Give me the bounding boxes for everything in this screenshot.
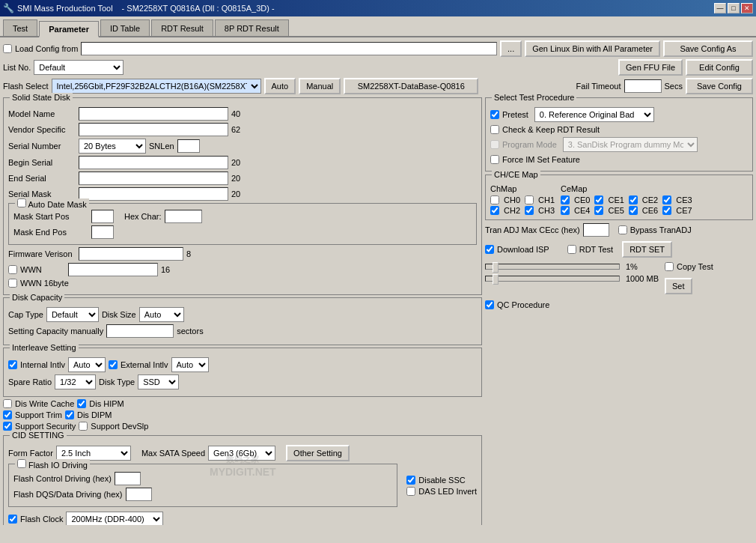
save-config-btn[interactable]: Save Config xyxy=(686,78,753,94)
vendor-input[interactable]: SMI 2258XT PROJECT xyxy=(79,123,228,136)
manual-btn[interactable]: Manual xyxy=(299,78,341,94)
ch1-checkbox[interactable] xyxy=(525,195,534,204)
program-mode-checkbox[interactable] xyxy=(490,140,499,149)
tab-parameter[interactable]: Parameter xyxy=(39,21,99,37)
wwn-num: 16 xyxy=(161,265,170,274)
ce4-checkbox[interactable] xyxy=(561,206,570,215)
ce5-checkbox[interactable] xyxy=(594,206,603,215)
dis-write-cache-checkbox[interactable] xyxy=(3,399,12,408)
support-trim-checkbox[interactable] xyxy=(3,410,12,419)
rdt-test-checkbox[interactable] xyxy=(567,245,576,254)
wwn16-checkbox[interactable] xyxy=(8,279,17,288)
copy-test-slider1[interactable] xyxy=(485,264,620,270)
tab-id-table[interactable]: ID Table xyxy=(100,19,150,36)
ce0-checkbox[interactable] xyxy=(561,195,570,204)
model-name-input[interactable]: Intel MLC 60 TLC 120 xyxy=(79,107,228,121)
edit-config-btn[interactable]: Edit Config xyxy=(686,59,753,76)
pretest-select[interactable]: 0. Reference Original Bad xyxy=(534,107,654,122)
setting-cap-input[interactable]: 1073741824 xyxy=(106,324,174,338)
fail-timeout-input[interactable]: 600 xyxy=(624,79,662,93)
maximize-button[interactable]: □ xyxy=(728,3,740,13)
wwn-checkbox[interactable] xyxy=(8,265,17,274)
tran-adj-input[interactable]: 0 xyxy=(583,223,609,237)
program-mode-label: Program Mode xyxy=(502,140,557,149)
ch3-checkbox[interactable] xyxy=(525,206,534,215)
mask-start-pos-input[interactable]: 4 xyxy=(91,210,114,223)
browse-button[interactable]: ... xyxy=(500,40,522,57)
check-keep-rdt-checkbox[interactable] xyxy=(490,125,499,134)
cid-setting-group: CID SETTING Form Factor 2.5 Inch Max SAT… xyxy=(3,435,482,525)
load-config-path[interactable] xyxy=(81,42,497,55)
serial-mask-input[interactable]: AA################## xyxy=(79,187,228,201)
ce3-checkbox[interactable] xyxy=(662,195,671,204)
mask-start-pos-label: Mask Start Pos xyxy=(13,212,88,221)
bypass-tranadj-checkbox[interactable] xyxy=(618,225,627,234)
disk-size-select[interactable]: Auto xyxy=(139,307,184,322)
qc-procedure-checkbox[interactable] xyxy=(485,300,494,309)
close-button[interactable]: ✕ xyxy=(741,3,753,13)
load-config-checkbox[interactable] xyxy=(3,44,12,53)
support-devslp-checkbox[interactable] xyxy=(79,422,88,431)
tab-test[interactable]: Test xyxy=(3,19,37,36)
cap-type-select[interactable]: Default xyxy=(46,307,99,322)
ce1-checkbox[interactable] xyxy=(594,195,603,204)
force-im-set-checkbox[interactable] xyxy=(490,155,499,164)
flash-control-input[interactable]: AA xyxy=(115,472,141,485)
flash-dqs-input[interactable]: AA xyxy=(126,488,152,501)
firmware-input[interactable] xyxy=(79,247,183,261)
spare-ratio-select[interactable]: 1/32 xyxy=(55,374,96,389)
flash-io-checkbox[interactable] xyxy=(17,459,26,468)
snlen-input[interactable]: 20 xyxy=(177,139,200,153)
wwn16-label: WWN 16byte xyxy=(20,279,69,288)
ce2-checkbox[interactable] xyxy=(629,195,638,204)
hex-char-input[interactable] xyxy=(165,210,202,223)
ce7-checkbox[interactable] xyxy=(662,206,671,215)
tab-8p-rdt-result[interactable]: 8P RDT Result xyxy=(215,19,289,36)
disable-ssc-checkbox[interactable] xyxy=(406,476,415,485)
wwn-input[interactable] xyxy=(68,263,158,276)
tab-rdt-result[interactable]: RDT Result xyxy=(151,19,213,36)
other-setting-btn[interactable]: Other Setting xyxy=(286,445,350,461)
pretest-checkbox[interactable] xyxy=(490,110,499,119)
program-mode-select[interactable]: 3. SanDisk Program dummy Mode xyxy=(563,137,698,152)
copy-test-set-btn[interactable]: Set xyxy=(665,278,692,294)
minimize-button[interactable]: — xyxy=(714,3,726,13)
external-intlv-select[interactable]: Auto xyxy=(171,357,209,372)
main-content: Load Config from ... Gen Linux Bin with … xyxy=(0,37,756,525)
mask-end-pos-input[interactable]: 7 xyxy=(91,225,114,239)
begin-serial-input[interactable]: AA000000000000000320 xyxy=(79,156,228,169)
ce6-checkbox[interactable] xyxy=(629,206,638,215)
internal-intlv-checkbox[interactable] xyxy=(8,360,17,369)
form-factor-select[interactable]: 2.5 Inch xyxy=(56,446,131,461)
ch2-checkbox[interactable] xyxy=(490,206,499,215)
flash-clock-checkbox[interactable] xyxy=(8,515,17,524)
support-security-label: Support Security xyxy=(15,422,76,431)
flash-clock-select[interactable]: 200MHz (DDR-400) xyxy=(66,512,163,525)
auto-btn[interactable]: Auto xyxy=(264,78,296,94)
list-no-select[interactable]: Default xyxy=(34,60,124,75)
download-isp-checkbox[interactable] xyxy=(485,245,494,254)
db-btn[interactable]: SM2258XT-DataBase-Q0816 xyxy=(344,78,478,94)
check-keep-rdt-label: Check & Keep RDT Result xyxy=(502,125,600,134)
auto-date-mask-checkbox[interactable] xyxy=(17,198,26,207)
gen-ffu-btn[interactable]: Gen FFU File xyxy=(618,59,683,76)
copy-test-slider2[interactable] xyxy=(485,276,620,282)
gen-linux-btn[interactable]: Gen Linux Bin with All Parameter xyxy=(525,40,660,57)
dis-dipm-checkbox[interactable] xyxy=(65,410,74,419)
setting-cap-label: Setting Capacity manually xyxy=(8,327,103,336)
internal-intlv-select[interactable]: Auto xyxy=(68,357,106,372)
copy-test-checkbox[interactable] xyxy=(665,262,674,271)
flash-select-dropdown[interactable]: Intel,256Gbit,PF29F32B2ALCTH2(B16A)(SM22… xyxy=(52,79,261,94)
save-config-as-btn[interactable]: Save Config As xyxy=(663,40,753,57)
list-no-label: List No. xyxy=(3,63,31,72)
das-led-invert-checkbox[interactable] xyxy=(406,487,415,496)
end-serial-input[interactable]: AA9999999999999999999 xyxy=(79,172,228,185)
serial-num-select[interactable]: 20 Bytes xyxy=(79,139,146,154)
disk-type-select[interactable]: SSD xyxy=(138,374,179,389)
dis-hipm-checkbox[interactable] xyxy=(77,399,86,408)
max-sata-select[interactable]: Gen3 (6Gb) xyxy=(208,446,275,461)
ch0-checkbox[interactable] xyxy=(490,195,499,204)
support-security-checkbox[interactable] xyxy=(3,422,12,431)
external-intlv-checkbox[interactable] xyxy=(109,360,118,369)
rdt-set-btn[interactable]: RDT SET xyxy=(622,241,672,258)
